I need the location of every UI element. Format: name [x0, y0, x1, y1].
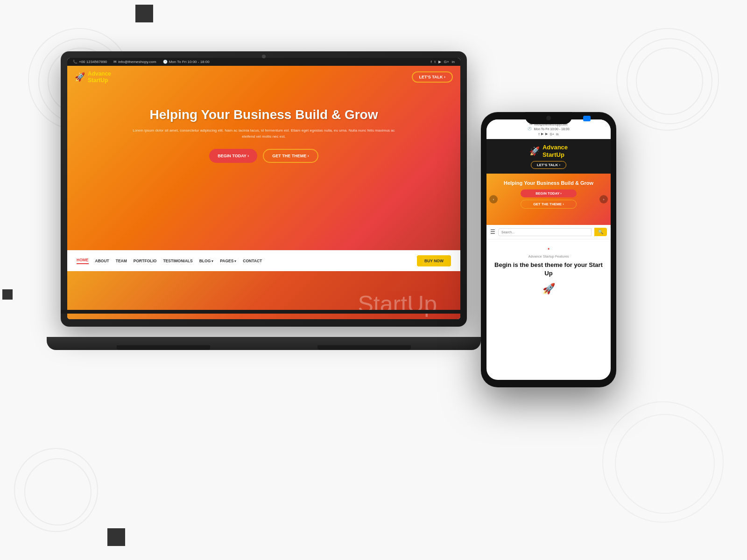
twitter-icon: t	[435, 60, 436, 64]
phone-camera	[546, 116, 551, 120]
bg-square-4	[107, 528, 125, 546]
laptop-camera	[262, 55, 266, 58]
site-navbar: HOME ABOUT TEAM PORTFOLIO TESTIMONIALS B…	[67, 250, 460, 271]
bg-circle-bottom-left	[14, 448, 98, 532]
phone-clock-icon: 🕐	[528, 127, 532, 131]
topbar-social-links: f t ▶ G+ in	[430, 60, 455, 64]
hamburger-menu-icon[interactable]: ☰	[490, 229, 495, 235]
hero-buttons: BEGIN TODAY › GET THE THEME ›	[77, 149, 451, 163]
nav-blog[interactable]: BLOG	[199, 259, 214, 263]
phone-googleplus-icon: G+	[550, 133, 554, 136]
phone-indicator	[583, 116, 591, 121]
phone-lets-talk-button[interactable]: LET'S TALK ›	[531, 161, 566, 169]
phone-header: 🚀 Advance StartUp LET'S TALK ›	[486, 139, 611, 174]
bg-circle-top-right	[616, 28, 719, 131]
phone-device: ✉ info@themeshopy.com 🕐 Mon To Fri 10:00…	[481, 112, 616, 387]
lets-talk-button[interactable]: LET'S TALK ›	[412, 71, 453, 83]
features-title: Begin is the best theme for your Start U…	[491, 261, 606, 278]
phone-screen: ✉ info@themeshopy.com 🕐 Mon To Fri 10:00…	[486, 119, 611, 380]
laptop-foot-right	[317, 345, 411, 350]
logo-text: Advance StartUp	[88, 70, 111, 84]
phone-hero-title: Helping Your Business Build & Grow	[491, 180, 606, 186]
topbar-hours: 🕐 Mon To Fri 10:00 - 18:00	[163, 60, 210, 64]
phone-search-bar: ☰ 🔍	[486, 225, 611, 239]
phone-search-input[interactable]	[498, 228, 592, 236]
nav-about[interactable]: ABOUT	[95, 259, 109, 263]
laptop-device: 📞 +00 1234567890 ✉ info@themeshopy.com 🕐…	[61, 51, 467, 350]
topbar-hours-text: Mon To Fri 10:00 - 18:00	[169, 60, 210, 64]
phone-begin-today-button[interactable]: BEGIN TODAY ›	[521, 189, 577, 197]
hero-subtitle: Lorem ipsum dolor sit amet, consectetur …	[128, 128, 399, 140]
phone-get-theme-button[interactable]: GET THE THEME ›	[521, 200, 577, 209]
site-topbar: 📞 +00 1234567890 ✉ info@themeshopy.com 🕐…	[67, 58, 460, 66]
begin-today-button[interactable]: BEGIN TODAY ›	[209, 149, 257, 163]
phone-contact-hours: 🕐 Mon To Fri 10:00 - 18:00	[491, 127, 606, 131]
site-header: 🚀 Advance StartUp LET'S TALK ›	[67, 66, 460, 89]
features-label: Advance Startup Features	[491, 254, 606, 259]
nav-team[interactable]: TEAM	[116, 259, 127, 263]
phone-linkedin-icon: in	[556, 133, 558, 136]
logo-line1: Advance	[88, 70, 111, 77]
phone-icon: 📞	[73, 60, 78, 64]
googleplus-icon: G+	[444, 60, 449, 64]
nav-links: HOME ABOUT TEAM PORTFOLIO TESTIMONIALS B…	[77, 258, 262, 264]
laptop-foot-left	[117, 345, 210, 350]
laptop-base	[47, 337, 481, 350]
bg-circle-bottom-right	[602, 401, 724, 523]
buy-now-button[interactable]: BUY NOW	[417, 255, 451, 266]
topbar-email-text: info@themeshopy.com	[118, 60, 156, 64]
features-rocket-icon: 🚀	[491, 283, 606, 295]
phone-social-icons: f ▶ ▶ G+ in	[491, 132, 606, 136]
phone-logo-line1: Advance	[543, 144, 568, 151]
phone-hero-section: ‹ › Helping Your Business Build & Grow B…	[486, 174, 611, 225]
phone-youtube-icon: ▶	[545, 132, 548, 136]
bg-square-3	[2, 289, 13, 300]
phone-twitter-icon: ▶	[541, 132, 543, 136]
hero-title: Helping Your Business Build & Grow	[77, 107, 451, 122]
nav-portfolio[interactable]: PORTFOLIO	[134, 259, 157, 263]
phone-hours-text: Mon To Fri 10:00 - 18:00	[534, 127, 569, 131]
laptop-shell: 📞 +00 1234567890 ✉ info@themeshopy.com 🕐…	[61, 51, 467, 327]
topbar-phone: 📞 +00 1234567890	[73, 60, 107, 64]
phone-hero-buttons: BEGIN TODAY › GET THE THEME ›	[491, 189, 606, 209]
facebook-icon: f	[430, 60, 431, 64]
phone-logo: 🚀 Advance StartUp	[529, 144, 568, 158]
bg-square-1	[135, 5, 153, 22]
phone-features-section: • Advance Startup Features Begin is the …	[486, 239, 611, 301]
get-theme-button[interactable]: GET THE THEME ›	[263, 149, 318, 163]
clock-icon: 🕐	[163, 60, 168, 64]
phone-hero-prev-button[interactable]: ‹	[489, 195, 498, 203]
site-hero-section: 🚀 Advance StartUp LET'S TALK › Helping Y…	[67, 66, 460, 250]
laptop-screen: 📞 +00 1234567890 ✉ info@themeshopy.com 🕐…	[67, 58, 460, 319]
features-dot: •	[491, 246, 606, 252]
youtube-icon: ▶	[438, 60, 441, 64]
phone-shell: ✉ info@themeshopy.com 🕐 Mon To Fri 10:00…	[481, 112, 616, 387]
nav-testimonials[interactable]: TESTIMONIALS	[163, 259, 192, 263]
topbar-email: ✉ info@themeshopy.com	[113, 60, 156, 64]
rocket-logo-icon: 🚀	[75, 72, 85, 82]
phone-rocket-icon: 🚀	[529, 146, 540, 156]
topbar-phone-text: +00 1234567890	[79, 60, 107, 64]
phone-logo-line2: StartUp	[543, 151, 564, 158]
phone-logo-text: Advance StartUp	[543, 144, 568, 158]
nav-pages[interactable]: PAGES	[220, 259, 236, 263]
phone-hero-next-button[interactable]: ›	[599, 195, 608, 203]
linkedin-icon: in	[452, 60, 455, 64]
hero-deco-text: StartUp	[358, 291, 437, 318]
phone-facebook-icon: f	[539, 133, 540, 136]
logo-line2: StartUp	[88, 77, 108, 84]
topbar-left: 📞 +00 1234567890 ✉ info@themeshopy.com 🕐…	[73, 60, 210, 64]
phone-search-button[interactable]: 🔍	[594, 228, 607, 236]
site-logo: 🚀 Advance StartUp	[75, 70, 111, 84]
nav-contact[interactable]: CONTACT	[243, 259, 262, 263]
laptop-hinge	[61, 310, 467, 314]
email-icon: ✉	[113, 60, 117, 64]
hero-content: Helping Your Business Build & Grow Lorem…	[67, 89, 460, 173]
nav-home[interactable]: HOME	[77, 258, 89, 264]
